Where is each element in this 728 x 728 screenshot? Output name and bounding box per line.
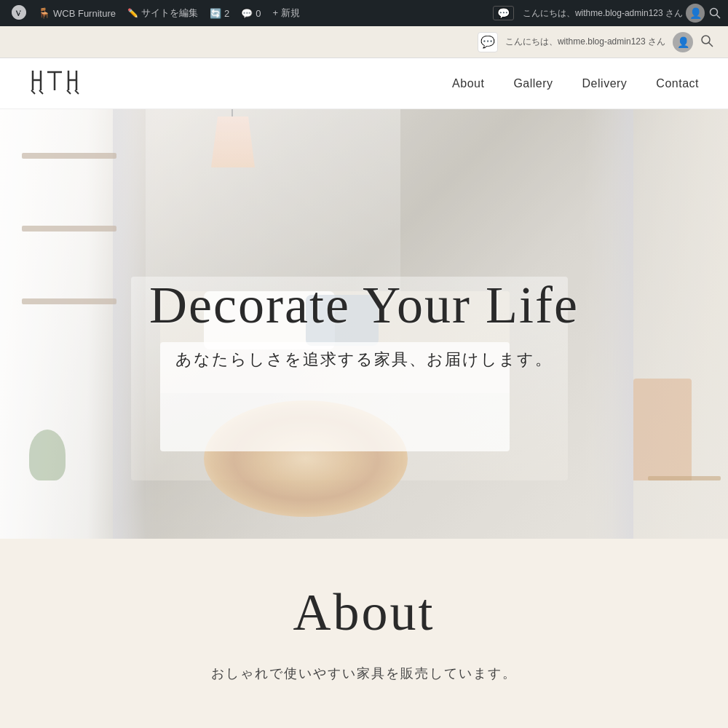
comments-icon: 💬 — [241, 8, 253, 19]
edit-site-button[interactable]: ✏️ サイトを編集 — [122, 0, 204, 26]
nav-link-about[interactable]: About — [452, 77, 484, 90]
admin-user-text: こんにちは、withme.blog-admin123 さん — [523, 7, 683, 20]
avatar[interactable]: 👤 — [686, 4, 705, 23]
comment-bubble-icon: 💬 — [493, 6, 514, 20]
site-name-label: WCB Furniture — [53, 8, 116, 19]
comment-bubble-admin[interactable]: 💬 — [487, 0, 520, 26]
admin-bar: 🪑 WCB Furniture ✏️ サイトを編集 🔄 2 💬 0 + 新規 💬… — [0, 0, 728, 26]
wp-logo[interactable] — [6, 0, 32, 26]
second-bar: 💬 こんにちは、withme.blog-admin123 さん 👤 — [0, 26, 728, 58]
admin-bar-right: 💬 こんにちは、withme.blog-admin123 さん 👤 — [487, 0, 722, 26]
second-bar-avatar[interactable]: 👤 — [673, 32, 693, 52]
about-title: About — [29, 582, 699, 643]
nav-item-gallery[interactable]: Gallery — [513, 77, 553, 90]
hero-section: Decorate Your Life あなたらしさを追求する家具、お届けします。 — [0, 109, 728, 539]
about-description: おしゃれで使いやすい家具を販売しています。 — [29, 665, 699, 682]
second-bar-avatar-icon: 👤 — [677, 36, 689, 48]
nav-links: About Gallery Delivery Contact — [452, 77, 699, 90]
icon-row: 🛒 ☰ ℹ — [29, 719, 699, 728]
search-icon-admin[interactable] — [708, 6, 722, 20]
svg-line-13 — [31, 90, 35, 94]
svg-line-15 — [67, 90, 71, 94]
updates-count: 2 — [224, 8, 229, 19]
nav-link-gallery[interactable]: Gallery — [513, 77, 553, 90]
comments-button[interactable]: 💬 0 — [235, 0, 266, 26]
second-bar-search-icon[interactable] — [700, 34, 713, 50]
updates-button[interactable]: 🔄 2 — [204, 0, 235, 26]
comment-bar-icon: 💬 — [480, 35, 495, 49]
nav-item-contact[interactable]: Contact — [656, 77, 699, 90]
svg-point-3 — [702, 36, 710, 44]
svg-line-16 — [75, 90, 79, 94]
site-name-admin[interactable]: 🪑 WCB Furniture — [32, 0, 122, 26]
new-button[interactable]: + 新規 — [266, 0, 305, 26]
nav-item-delivery[interactable]: Delivery — [582, 77, 628, 90]
pencil-icon: ✏️ — [127, 8, 138, 18]
nav-item-about[interactable]: About — [452, 77, 484, 90]
svg-point-1 — [711, 9, 718, 16]
avatar-icon: 👤 — [689, 7, 702, 19]
site-logo — [29, 65, 80, 103]
nav-link-contact[interactable]: Contact — [656, 77, 699, 90]
updates-icon: 🔄 — [210, 8, 221, 19]
site-nav: About Gallery Delivery Contact — [0, 58, 728, 109]
hero-title: Decorate Your Life — [109, 277, 619, 334]
nav-link-delivery[interactable]: Delivery — [582, 77, 628, 90]
logo-svg — [29, 65, 80, 98]
svg-line-2 — [717, 15, 721, 19]
comment-icon-bar[interactable]: 💬 — [478, 32, 498, 52]
new-label: + 新規 — [272, 7, 299, 20]
wordpress-icon — [12, 5, 26, 22]
hero-content: Decorate Your Life あなたらしさを追求する家具、お届けします。 — [109, 277, 619, 371]
about-section: About おしゃれで使いやすい家具を販売しています。 🛒 ☰ ℹ — [0, 539, 728, 728]
hero-subtitle: あなたらしさを追求する家具、お届けします。 — [109, 349, 619, 371]
comments-count: 0 — [256, 8, 261, 19]
svg-line-4 — [709, 43, 713, 47]
site-logo-icon: 🪑 — [38, 7, 50, 19]
second-bar-user-text: こんにちは、withme.blog-admin123 さん — [505, 36, 665, 48]
svg-line-14 — [39, 90, 43, 94]
